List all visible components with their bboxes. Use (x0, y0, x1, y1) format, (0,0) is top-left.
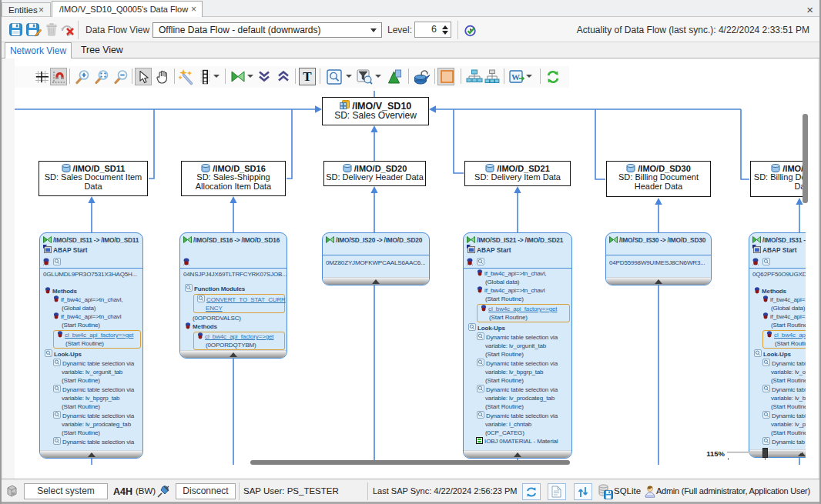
svg-text:W: W (511, 72, 520, 82)
